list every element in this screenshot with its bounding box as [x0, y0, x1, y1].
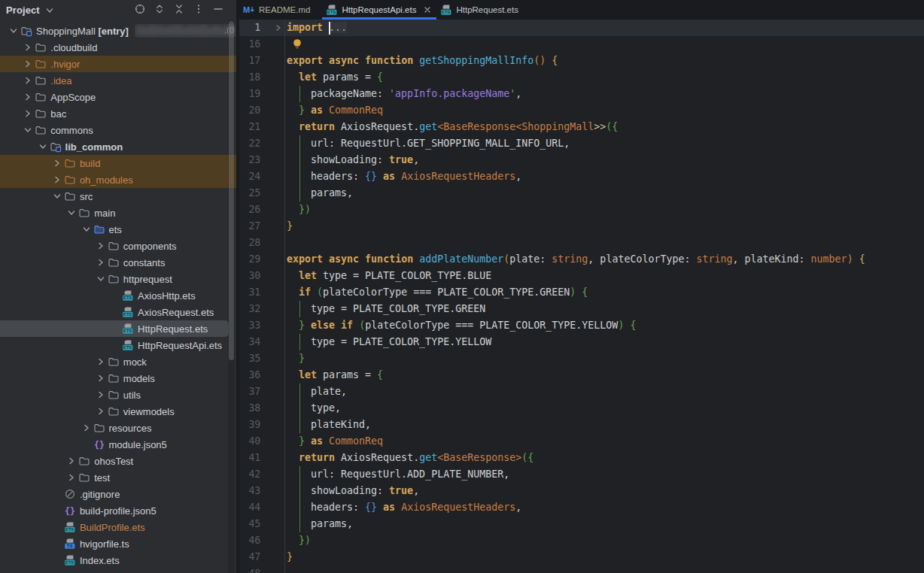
line-number[interactable]: 35 [239, 350, 260, 367]
line-number[interactable]: 28 [239, 235, 260, 251]
chevron-down-icon[interactable] [51, 190, 64, 202]
line-number[interactable]: 30 [239, 268, 260, 284]
fold-marker-icon[interactable] [275, 20, 282, 36]
chevron-right-icon[interactable] [95, 389, 108, 401]
line-number[interactable]: 32 [239, 301, 260, 317]
folded-region[interactable]: ... [329, 22, 347, 33]
locate-opened-file-button[interactable] [134, 5, 146, 17]
line-number[interactable]: 23 [239, 152, 260, 168]
code-line-1[interactable]: 1import ... [239, 20, 924, 36]
code-line-26[interactable]: 26 }) [239, 202, 924, 218]
code-line-23[interactable]: 23 showLoading: true, [239, 152, 924, 168]
tree-item-AppScope[interactable]: AppScope [0, 89, 236, 105]
code-line-17[interactable]: 17export async function getShoppingMallI… [239, 53, 924, 69]
tree-item-Index.ets[interactable]: ETSIndex.ets [0, 552, 236, 568]
code-line-18[interactable]: 18 let params = { [239, 69, 924, 86]
code-line-27[interactable]: 27} [239, 218, 924, 235]
code-line-31[interactable]: 31 if (plateColorType === PLATE_COLOR_TY… [239, 284, 924, 301]
code-line-41[interactable]: 41 return AxiosRequest.get<BaseResponse>… [239, 450, 924, 466]
chevron-right-icon[interactable] [22, 74, 35, 86]
code-line-32[interactable]: 32 type = PLATE_COLOR_TYPE.GREEN [239, 301, 924, 317]
code-line-45[interactable]: 45 params, [239, 516, 924, 532]
code-line-39[interactable]: 39 plateKind, [239, 417, 924, 433]
code-line-22[interactable]: 22 url: RequestUrl.GET_SHOPPING_MALL_INF… [239, 135, 924, 152]
chevron-right-icon[interactable] [95, 240, 108, 252]
line-number[interactable]: 26 [239, 202, 260, 218]
chevron-right-icon[interactable] [22, 41, 35, 53]
tree-item-build-profile.json5[interactable]: {}build-profile.json5 [0, 502, 236, 519]
chevron-right-icon[interactable] [95, 405, 108, 417]
tab-HttpRequest.ets[interactable]: ETSHttpRequest.ets [436, 0, 530, 20]
code-line-30[interactable]: 30 let type = PLATE_COLOR_TYPE.BLUE [239, 268, 924, 284]
tree-item-httprequest[interactable]: httprequest [0, 271, 236, 287]
line-number[interactable]: 48 [239, 565, 260, 573]
line-number[interactable]: 34 [239, 334, 260, 350]
tree-item-build[interactable]: build [0, 155, 236, 171]
line-number[interactable]: 1 [239, 20, 260, 36]
tree-item-viewmodels[interactable]: viewmodels [0, 403, 236, 420]
tree-item-test[interactable]: test [0, 469, 236, 486]
tree-item-.hvigor[interactable]: .hvigor [0, 56, 236, 72]
tree-item-AxiosHttp.ets[interactable]: ETSAxiosHttp.ets [0, 287, 236, 304]
tree-item-main[interactable]: main [0, 205, 236, 221]
tree-item-ets[interactable]: ets [0, 221, 236, 238]
line-number[interactable]: 16 [239, 36, 260, 53]
code-line-21[interactable]: 21 return AxiosRequest.get<BaseResponse<… [239, 119, 924, 135]
line-number[interactable]: 45 [239, 516, 260, 532]
line-number[interactable]: 36 [239, 367, 260, 384]
line-number[interactable]: 20 [239, 102, 260, 119]
chevron-down-icon[interactable] [65, 207, 78, 219]
line-number[interactable]: 18 [239, 69, 260, 86]
chevron-down-icon[interactable] [95, 273, 108, 285]
chevron-right-icon[interactable] [65, 471, 78, 484]
line-number[interactable]: 41 [239, 450, 260, 466]
code-line-47[interactable]: 47} [239, 549, 924, 565]
line-number[interactable]: 21 [239, 119, 260, 135]
chevron-down-icon[interactable] [81, 223, 93, 235]
collapse-all-button[interactable] [173, 5, 185, 17]
line-number[interactable]: 22 [239, 135, 260, 152]
tree-item-.idea[interactable]: .idea [0, 72, 236, 89]
code-line-16[interactable]: 16 [239, 36, 924, 53]
line-number[interactable]: 43 [239, 483, 260, 499]
line-number[interactable]: 33 [239, 317, 260, 334]
code-line-42[interactable]: 42 url: RequestUrl.ADD_PLATE_NUMBER, [239, 466, 924, 483]
tree-item-mock[interactable]: mock [0, 353, 236, 370]
code-line-43[interactable]: 43 showLoading: true, [239, 483, 924, 499]
tree-item-commons[interactable]: commons [0, 122, 236, 138]
code-line-40[interactable]: 40 } as CommonReq [239, 433, 924, 450]
line-number[interactable]: 29 [239, 251, 260, 268]
tree-item-constants[interactable]: constants [0, 254, 236, 271]
line-number[interactable]: 31 [239, 284, 260, 301]
tree-item-oh-modules[interactable]: oh_modules [0, 171, 236, 188]
chevron-right-icon[interactable] [22, 108, 35, 120]
code-line-29[interactable]: 29export async function addPlateNumber(p… [239, 251, 924, 268]
chevron-down-icon[interactable] [8, 25, 20, 37]
line-number[interactable]: 40 [239, 433, 260, 450]
line-number[interactable]: 47 [239, 549, 260, 565]
line-number[interactable]: 19 [239, 86, 260, 102]
tab-README.md[interactable]: MREADME.md [239, 0, 322, 20]
tree-item-models[interactable]: models [0, 370, 236, 387]
line-number[interactable]: 42 [239, 466, 260, 483]
code-line-19[interactable]: 19 packageName: 'appInfo.packageName', [239, 86, 924, 102]
tree-item-HttpRequest.ets[interactable]: ETSHttpRequest.ets [0, 320, 236, 337]
line-number[interactable]: 24 [239, 168, 260, 185]
chevron-right-icon[interactable] [95, 356, 108, 368]
tree-item-hvigorfile.ts[interactable]: TShvigorfile.ts [0, 535, 236, 552]
chevron-right-icon[interactable] [95, 256, 108, 268]
line-number[interactable]: 38 [239, 400, 260, 417]
more-options-button[interactable] [193, 5, 205, 17]
tree-item-components[interactable]: components [0, 238, 236, 254]
line-number[interactable]: 37 [239, 384, 260, 400]
line-number[interactable]: 17 [239, 53, 260, 69]
project-panel-title[interactable]: Project [6, 5, 40, 16]
close-icon[interactable] [423, 5, 432, 14]
expand-all-button[interactable] [153, 5, 166, 17]
chevron-right-icon[interactable] [22, 58, 35, 70]
code-line-33[interactable]: 33 } else if (plateColorType === PLATE_C… [239, 317, 924, 334]
tree-item-src[interactable]: src [0, 188, 236, 205]
tree-item-resources[interactable]: resources [0, 420, 236, 436]
tree-item-module.json5[interactable]: {}module.json5 [0, 436, 236, 453]
chevron-right-icon[interactable] [95, 372, 108, 384]
